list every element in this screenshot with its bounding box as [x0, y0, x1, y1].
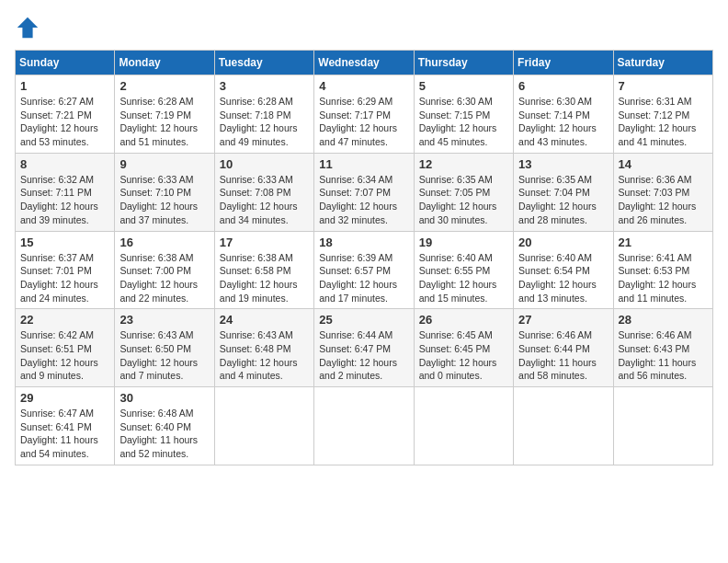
- header-friday: Friday: [514, 51, 613, 75]
- calendar-week-row: 8 Sunrise: 6:32 AM Sunset: 7:11 PM Dayli…: [16, 153, 713, 231]
- day-info: Sunrise: 6:29 AM Sunset: 7:17 PM Dayligh…: [319, 95, 408, 149]
- day-number: 29: [20, 391, 109, 405]
- day-number: 14: [619, 157, 708, 171]
- calendar-cell: 6 Sunrise: 6:30 AM Sunset: 7:14 PM Dayli…: [514, 75, 613, 154]
- calendar-cell: 8 Sunrise: 6:32 AM Sunset: 7:11 PM Dayli…: [16, 153, 115, 231]
- day-info: Sunrise: 6:30 AM Sunset: 7:14 PM Dayligh…: [518, 95, 608, 149]
- calendar-cell: [214, 387, 313, 465]
- header-sunday: Sunday: [16, 51, 115, 75]
- day-number: 11: [319, 157, 408, 171]
- calendar-cell: 11 Sunrise: 6:34 AM Sunset: 7:07 PM Dayl…: [314, 153, 414, 231]
- day-number: 26: [419, 313, 508, 327]
- calendar-table: SundayMondayTuesdayWednesdayThursdayFrid…: [15, 50, 713, 465]
- day-number: 19: [419, 236, 508, 249]
- calendar-cell: 29 Sunrise: 6:47 AM Sunset: 6:41 PM Dayl…: [16, 387, 115, 465]
- calendar-cell: [314, 387, 414, 465]
- calendar-cell: 21 Sunrise: 6:41 AM Sunset: 6:53 PM Dayl…: [613, 231, 712, 309]
- day-number: 23: [119, 313, 209, 327]
- day-number: 28: [619, 313, 708, 327]
- calendar-cell: 27 Sunrise: 6:46 AM Sunset: 6:44 PM Dayl…: [514, 309, 613, 387]
- header-wednesday: Wednesday: [314, 51, 414, 75]
- day-number: 15: [20, 236, 109, 249]
- day-info: Sunrise: 6:45 AM Sunset: 6:45 PM Dayligh…: [419, 328, 508, 383]
- day-number: 27: [518, 313, 608, 327]
- day-number: 20: [518, 236, 608, 249]
- calendar-cell: 5 Sunrise: 6:30 AM Sunset: 7:15 PM Dayli…: [414, 75, 513, 154]
- calendar-cell: 7 Sunrise: 6:31 AM Sunset: 7:12 PM Dayli…: [613, 75, 712, 154]
- page-header: [15, 15, 713, 40]
- day-info: Sunrise: 6:40 AM Sunset: 6:55 PM Dayligh…: [419, 251, 508, 305]
- calendar-cell: [613, 387, 712, 465]
- day-number: 4: [319, 79, 408, 93]
- day-number: 9: [119, 157, 209, 171]
- day-number: 2: [119, 79, 209, 93]
- logo: [15, 15, 44, 40]
- day-info: Sunrise: 6:37 AM Sunset: 7:01 PM Dayligh…: [20, 251, 109, 305]
- day-number: 21: [619, 236, 708, 249]
- logo-icon: [15, 15, 40, 40]
- calendar-cell: 2 Sunrise: 6:28 AM Sunset: 7:19 PM Dayli…: [115, 75, 214, 154]
- calendar-cell: 18 Sunrise: 6:39 AM Sunset: 6:57 PM Dayl…: [314, 231, 414, 309]
- calendar-cell: 14 Sunrise: 6:36 AM Sunset: 7:03 PM Dayl…: [613, 153, 712, 231]
- calendar-cell: 15 Sunrise: 6:37 AM Sunset: 7:01 PM Dayl…: [16, 231, 115, 309]
- day-info: Sunrise: 6:35 AM Sunset: 7:04 PM Dayligh…: [518, 173, 608, 227]
- day-number: 10: [220, 157, 309, 171]
- day-info: Sunrise: 6:28 AM Sunset: 7:19 PM Dayligh…: [119, 95, 209, 149]
- calendar-cell: 20 Sunrise: 6:40 AM Sunset: 6:54 PM Dayl…: [514, 231, 613, 309]
- day-info: Sunrise: 6:34 AM Sunset: 7:07 PM Dayligh…: [319, 173, 408, 227]
- calendar-cell: 16 Sunrise: 6:38 AM Sunset: 7:00 PM Dayl…: [115, 231, 214, 309]
- day-info: Sunrise: 6:30 AM Sunset: 7:15 PM Dayligh…: [419, 95, 508, 149]
- calendar-cell: [514, 387, 613, 465]
- header-saturday: Saturday: [613, 51, 712, 75]
- day-info: Sunrise: 6:32 AM Sunset: 7:11 PM Dayligh…: [20, 173, 109, 227]
- calendar-cell: 4 Sunrise: 6:29 AM Sunset: 7:17 PM Dayli…: [314, 75, 414, 154]
- day-info: Sunrise: 6:41 AM Sunset: 6:53 PM Dayligh…: [619, 251, 708, 305]
- day-number: 8: [20, 157, 109, 171]
- day-info: Sunrise: 6:40 AM Sunset: 6:54 PM Dayligh…: [518, 251, 608, 305]
- calendar-cell: 23 Sunrise: 6:43 AM Sunset: 6:50 PM Dayl…: [115, 309, 214, 387]
- calendar-cell: 1 Sunrise: 6:27 AM Sunset: 7:21 PM Dayli…: [16, 75, 115, 154]
- day-number: 22: [20, 313, 109, 327]
- calendar-cell: 9 Sunrise: 6:33 AM Sunset: 7:10 PM Dayli…: [115, 153, 214, 231]
- day-number: 25: [319, 313, 408, 327]
- day-number: 3: [220, 79, 309, 93]
- day-number: 6: [518, 79, 608, 93]
- calendar-cell: 19 Sunrise: 6:40 AM Sunset: 6:55 PM Dayl…: [414, 231, 513, 309]
- svg-marker-0: [17, 17, 38, 38]
- calendar-cell: 30 Sunrise: 6:48 AM Sunset: 6:40 PM Dayl…: [115, 387, 214, 465]
- calendar-week-row: 22 Sunrise: 6:42 AM Sunset: 6:51 PM Dayl…: [16, 309, 713, 387]
- calendar-cell: 26 Sunrise: 6:45 AM Sunset: 6:45 PM Dayl…: [414, 309, 513, 387]
- day-number: 12: [419, 157, 508, 171]
- day-info: Sunrise: 6:35 AM Sunset: 7:05 PM Dayligh…: [419, 173, 508, 227]
- calendar-cell: 24 Sunrise: 6:43 AM Sunset: 6:48 PM Dayl…: [214, 309, 313, 387]
- day-number: 5: [419, 79, 508, 93]
- day-info: Sunrise: 6:27 AM Sunset: 7:21 PM Dayligh…: [20, 95, 109, 149]
- day-info: Sunrise: 6:28 AM Sunset: 7:18 PM Dayligh…: [220, 95, 309, 149]
- day-number: 13: [518, 157, 608, 171]
- day-info: Sunrise: 6:46 AM Sunset: 6:43 PM Dayligh…: [619, 328, 708, 383]
- day-number: 1: [20, 79, 109, 93]
- day-number: 18: [319, 236, 408, 249]
- calendar-cell: 28 Sunrise: 6:46 AM Sunset: 6:43 PM Dayl…: [613, 309, 712, 387]
- calendar-header-row: SundayMondayTuesdayWednesdayThursdayFrid…: [16, 51, 713, 75]
- day-info: Sunrise: 6:46 AM Sunset: 6:44 PM Dayligh…: [518, 328, 608, 383]
- calendar-cell: 12 Sunrise: 6:35 AM Sunset: 7:05 PM Dayl…: [414, 153, 513, 231]
- day-number: 30: [119, 391, 209, 405]
- day-info: Sunrise: 6:44 AM Sunset: 6:47 PM Dayligh…: [319, 328, 408, 383]
- calendar-cell: 17 Sunrise: 6:38 AM Sunset: 6:58 PM Dayl…: [214, 231, 313, 309]
- day-info: Sunrise: 6:39 AM Sunset: 6:57 PM Dayligh…: [319, 251, 408, 305]
- day-info: Sunrise: 6:33 AM Sunset: 7:10 PM Dayligh…: [119, 173, 209, 227]
- day-info: Sunrise: 6:43 AM Sunset: 6:48 PM Dayligh…: [220, 328, 309, 383]
- day-info: Sunrise: 6:42 AM Sunset: 6:51 PM Dayligh…: [20, 328, 109, 383]
- header-tuesday: Tuesday: [214, 51, 313, 75]
- header-thursday: Thursday: [414, 51, 513, 75]
- calendar-week-row: 15 Sunrise: 6:37 AM Sunset: 7:01 PM Dayl…: [16, 231, 713, 309]
- calendar-cell: 13 Sunrise: 6:35 AM Sunset: 7:04 PM Dayl…: [514, 153, 613, 231]
- header-monday: Monday: [115, 51, 214, 75]
- calendar-week-row: 29 Sunrise: 6:47 AM Sunset: 6:41 PM Dayl…: [16, 387, 713, 465]
- day-number: 16: [119, 236, 209, 249]
- day-number: 7: [619, 79, 708, 93]
- day-info: Sunrise: 6:31 AM Sunset: 7:12 PM Dayligh…: [619, 95, 708, 149]
- calendar-cell: [414, 387, 513, 465]
- day-number: 24: [220, 313, 309, 327]
